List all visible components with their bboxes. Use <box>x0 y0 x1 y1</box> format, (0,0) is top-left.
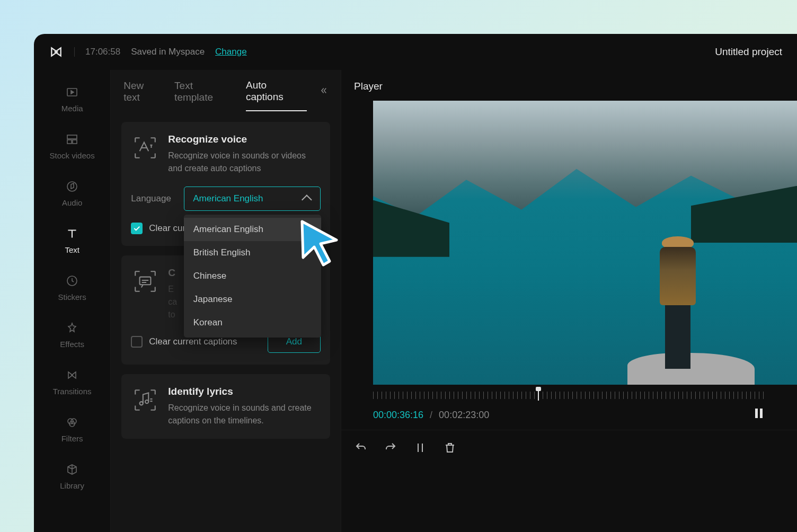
sidebar-item-audio[interactable]: Audio <box>34 170 110 217</box>
app-window: 17:06:58 Saved in Myspace Change Untitle… <box>34 34 797 532</box>
save-timestamp: 17:06:58 <box>85 47 120 57</box>
sidebar-item-transitions[interactable]: Transitions <box>34 358 110 405</box>
sidebar-item-label: Text <box>65 245 79 254</box>
player-area: Player 00:00:36:16 / 00:02:23:00 <box>341 70 797 532</box>
identify-lyrics-card: Identify lyrics Recognize voice in sound… <box>121 374 330 439</box>
svg-rect-2 <box>67 140 72 144</box>
sidebar-item-label: Stock videos <box>50 151 95 160</box>
sidebar-item-label: Audio <box>62 198 82 207</box>
tab-text-template[interactable]: Text template <box>174 80 234 111</box>
recognize-voice-card: Recognize voice Recognize voice in sound… <box>121 122 330 246</box>
filters-icon <box>65 415 79 430</box>
svg-rect-13 <box>760 409 763 418</box>
identify-lyrics-desc: Recognize voice in sounds and create cap… <box>168 402 321 427</box>
svg-point-11 <box>145 400 148 403</box>
language-option[interactable]: American English <box>184 218 321 241</box>
sidebar-item-library[interactable]: Library <box>34 453 110 500</box>
effects-icon <box>65 321 79 335</box>
titlebar: 17:06:58 Saved in Myspace Change Untitle… <box>34 34 797 70</box>
left-sidebar: Media Stock videos Audio Text <box>34 70 111 532</box>
language-label: Language <box>131 193 173 204</box>
time-total: 00:02:23:00 <box>439 410 489 421</box>
pause-button[interactable] <box>752 406 765 424</box>
change-location-link[interactable]: Change <box>215 47 247 57</box>
audio-icon <box>65 179 79 194</box>
video-preview[interactable] <box>373 101 797 385</box>
language-select[interactable]: American English American English Britis… <box>184 187 321 211</box>
panel-tabs: New text Text template Auto captions <box>111 70 341 111</box>
time-current: 00:00:36:16 <box>373 410 423 421</box>
sidebar-item-label: Transitions <box>53 387 92 396</box>
saved-location: Saved in Myspace <box>131 47 205 57</box>
sidebar-item-label: Media <box>61 104 83 113</box>
svg-rect-1 <box>67 135 77 139</box>
divider <box>74 47 75 57</box>
create-captions-title: C <box>168 267 177 279</box>
svg-rect-12 <box>755 409 758 418</box>
progress-track[interactable] <box>373 390 765 401</box>
language-option[interactable]: Korean <box>184 311 321 334</box>
sidebar-item-label: Effects <box>60 340 84 349</box>
clear-captions-checkbox[interactable] <box>131 223 143 234</box>
split-icon[interactable] <box>413 441 427 455</box>
sidebar-item-stickers[interactable]: Stickers <box>34 264 110 311</box>
undo-icon[interactable] <box>354 441 368 455</box>
stock-videos-icon <box>65 132 79 147</box>
tab-auto-captions[interactable]: Auto captions <box>246 79 307 111</box>
sidebar-item-filters[interactable]: Filters <box>34 405 110 453</box>
svg-point-10 <box>140 402 143 405</box>
tab-new-text[interactable]: New text <box>123 80 163 111</box>
sidebar-item-label: Filters <box>61 434 83 443</box>
svg-point-4 <box>67 182 77 191</box>
text-icon <box>65 226 79 241</box>
language-option[interactable]: Chinese <box>184 264 321 288</box>
app-logo-icon <box>49 45 64 59</box>
create-captions-icon <box>131 267 160 296</box>
stickers-icon <box>65 273 79 288</box>
chevron-up-icon <box>302 194 312 205</box>
transitions-icon <box>65 368 79 383</box>
clear-captions-checkbox-2[interactable] <box>131 336 143 348</box>
library-icon <box>65 462 79 477</box>
timeline-toolbar <box>341 430 797 465</box>
create-captions-desc: Ecato <box>168 283 177 321</box>
language-dropdown: American English British English Chinese… <box>184 215 321 338</box>
recognize-voice-icon <box>131 134 160 162</box>
identify-lyrics-icon <box>131 386 160 414</box>
text-panel: New text Text template Auto captions <box>111 70 341 532</box>
delete-icon[interactable] <box>443 441 457 455</box>
project-title: Untitled project <box>715 46 782 58</box>
identify-lyrics-title: Identify lyrics <box>168 386 321 397</box>
language-option[interactable]: Japanese <box>184 288 321 311</box>
sidebar-item-effects[interactable]: Effects <box>34 311 110 358</box>
svg-rect-3 <box>73 140 77 144</box>
recognize-voice-title: Recognize voice <box>168 134 321 145</box>
player-label: Player <box>341 78 797 101</box>
sidebar-item-label: Stickers <box>58 292 86 302</box>
svg-rect-9 <box>140 277 151 285</box>
sidebar-item-stock-videos[interactable]: Stock videos <box>34 122 110 170</box>
media-icon <box>65 85 79 100</box>
collapse-panel-icon[interactable] <box>318 86 328 105</box>
language-select-value: American English <box>193 193 263 204</box>
clear-captions-label-2: Clear current captions <box>149 336 237 347</box>
language-option[interactable]: British English <box>184 241 321 264</box>
playhead[interactable] <box>538 389 539 401</box>
sidebar-item-text[interactable]: Text <box>34 217 110 264</box>
sidebar-item-media[interactable]: Media <box>34 75 110 122</box>
recognize-voice-desc: Recognize voice in sounds or videos and … <box>168 149 321 175</box>
redo-icon[interactable] <box>384 441 397 455</box>
sidebar-item-label: Library <box>60 481 84 490</box>
time-separator: / <box>430 410 432 421</box>
